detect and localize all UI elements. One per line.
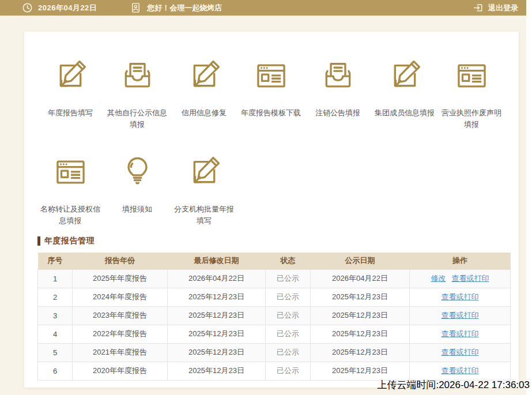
inbox-icon [121,59,154,92]
cell-actions: 查看或打印 [410,325,511,343]
browser-icon [455,59,488,92]
shortcut-filing-instructions[interactable]: 填报须知 [104,156,171,227]
annual-report-table: 序号 报告年份 最后修改日期 状态 公示日期 操作 1 2025年年度报告 20… [37,253,511,381]
view-print-link[interactable]: 查看或打印 [442,311,479,319]
table-header-row: 序号 报告年份 最后修改日期 状态 公示日期 操作 [38,253,511,269]
upload-time-overlay: 上传云端时间:2026-04-22 17:36:03 [377,378,530,392]
shortcut-row-1: 年度报告填写 其他自行公示信息填报 信用信息修复 年度报告模板下载 注销公告填报… [37,59,505,130]
table-row: 6 2020年年度报告 2025年12月23日 已公示 2025年12月23日 … [38,362,511,380]
shortcut-label: 其他自行公示信息填报 [104,107,171,130]
cell-status: 已公示 [266,306,311,325]
cell-modified: 2026年04月22日 [168,269,266,288]
clock-icon [22,2,33,13]
cell-published: 2025年12月23日 [311,362,410,380]
shortcut-annual-report-fill[interactable]: 年度报告填写 [37,59,104,130]
shortcut-label: 名称转让及授权信息填报 [37,204,104,227]
view-print-link[interactable]: 查看或打印 [442,348,479,356]
user-badge-icon [130,2,141,13]
table-row: 4 2022年年度报告 2025年12月23日 已公示 2025年12月23日 … [38,325,511,343]
cell-modified: 2025年12月23日 [168,288,266,306]
table-row: 5 2021年年度报告 2025年12月23日 已公示 2025年12月23日 … [38,343,511,362]
cell-status: 已公示 [266,288,311,306]
cell-actions: 查看或打印 [410,362,511,380]
lightbulb-icon [121,156,154,189]
shortcut-deregistration-notice[interactable]: 注销公告填报 [304,59,371,130]
main-panel: 年度报告填写 其他自行公示信息填报 信用信息修复 年度报告模板下载 注销公告填报… [24,32,519,388]
table-row: 2 2024年年度报告 2025年12月23日 已公示 2025年12月23日 … [38,288,511,306]
shortcut-label: 信用信息修复 [171,107,237,119]
cell-actions: 查看或打印 [410,343,511,362]
cell-index: 4 [38,325,73,343]
col-header-year: 报告年份 [73,253,168,269]
section-header: 年度报告管理 [37,236,510,246]
logout-button[interactable]: 退出登录 [473,2,518,13]
shortcut-label: 营业执照作废声明填报 [438,107,505,130]
cell-modified: 2025年12月23日 [168,343,266,362]
cell-actions: 修改查看或打印 [410,269,511,288]
cell-published: 2025年12月23日 [311,343,410,362]
annual-report-section: 年度报告管理 序号 报告年份 最后修改日期 状态 公示日期 操作 1 2025年… [37,236,510,381]
view-print-link[interactable]: 查看或打印 [442,366,479,375]
shortcut-label: 年度报告模板下载 [237,107,304,119]
shortcut-credit-repair[interactable]: 信用信息修复 [171,59,237,130]
shortcut-license-invalidation[interactable]: 营业执照作废声明填报 [438,59,505,130]
shortcut-group-member-info[interactable]: 集团成员信息填报 [371,59,438,130]
scrollbar-track[interactable] [526,0,532,395]
cell-index: 1 [38,269,73,288]
edit-square-icon [388,59,421,92]
shortcut-label: 年度报告填写 [37,107,104,119]
section-accent-bar [37,236,40,246]
table-row: 3 2023年年度报告 2025年12月23日 已公示 2025年12月23日 … [38,306,511,325]
cell-index: 3 [38,306,73,325]
cell-index: 2 [38,288,73,306]
col-header-modified: 最后修改日期 [168,253,266,269]
cell-published: 2025年12月23日 [311,325,410,343]
cell-year: 2023年年度报告 [73,306,168,325]
browser-icon [54,156,87,189]
col-header-status: 状态 [266,253,311,269]
col-header-index: 序号 [38,253,73,269]
cell-index: 6 [38,362,73,380]
cell-year: 2022年年度报告 [73,325,168,343]
shortcut-other-publicity-info[interactable]: 其他自行公示信息填报 [104,59,171,130]
cell-status: 已公示 [266,325,311,343]
shortcut-label: 填报须知 [104,204,171,215]
shortcut-template-download[interactable]: 年度报告模板下载 [237,59,304,130]
view-print-link[interactable]: 查看或打印 [442,292,479,301]
top-bar: 2026年04月22日 您好！会理一起烧烤店 退出登录 [0,0,526,16]
shortcut-branch-batch-annual-report[interactable]: 分支机构批量年报填写 [171,156,237,227]
logout-icon [473,2,484,13]
cell-modified: 2025年12月23日 [168,362,266,380]
cell-year: 2025年年度报告 [73,269,168,288]
cell-published: 2025年12月23日 [311,288,410,306]
col-header-published: 公示日期 [311,253,410,269]
edit-square-icon [188,59,221,92]
cell-actions: 查看或打印 [410,306,511,325]
view-print-link[interactable]: 查看或打印 [452,274,489,283]
shortcut-label: 集团成员信息填报 [371,107,438,119]
cell-modified: 2025年12月23日 [168,325,266,343]
cell-status: 已公示 [266,343,311,362]
section-title: 年度报告管理 [44,236,95,246]
cell-status: 已公示 [266,362,311,380]
shortcut-row-2: 名称转让及授权信息填报 填报须知 分支机构批量年报填写 [37,156,237,227]
table-row: 1 2025年年度报告 2026年04月22日 已公示 2026年04月22日 … [38,269,511,288]
cell-published: 2026年04月22日 [311,269,410,288]
logout-label: 退出登录 [488,3,518,13]
edit-square-icon [54,59,87,92]
shortcut-label: 注销公告填报 [304,107,371,119]
cell-published: 2025年12月23日 [311,306,410,325]
cell-modified: 2025年12月23日 [168,306,266,325]
cell-year: 2024年年度报告 [73,288,168,306]
modify-link[interactable]: 修改 [431,274,446,283]
shortcut-label: 分支机构批量年报填写 [171,204,237,227]
cell-status: 已公示 [266,269,311,288]
inbox-icon [322,59,354,92]
current-date: 2026年04月22日 [38,3,97,13]
browser-icon [255,59,288,92]
user-greeting: 您好！会理一起烧烤店 [147,3,222,13]
edit-square-icon [188,156,221,189]
view-print-link[interactable]: 查看或打印 [442,329,479,338]
cell-actions: 查看或打印 [410,288,511,306]
shortcut-name-transfer-auth[interactable]: 名称转让及授权信息填报 [37,156,104,227]
